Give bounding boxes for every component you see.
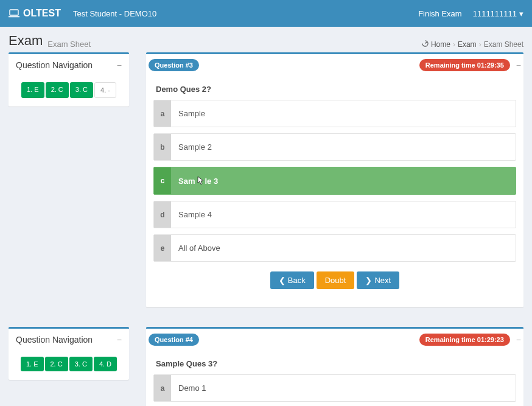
page-subtitle: Exam Sheet <box>47 40 91 49</box>
chevron-right-icon: ❯ <box>365 276 372 285</box>
laptop-icon <box>9 9 19 18</box>
nav-pill[interactable]: 2. C <box>45 357 68 371</box>
finish-exam-link[interactable]: Finish Exam <box>418 9 462 18</box>
nav-pill[interactable]: 1. E <box>21 82 44 98</box>
question-nav-title: Question Navigation <box>16 335 93 345</box>
question-panel: Question #3Remaining time 01:29:35−Demo … <box>146 52 523 307</box>
option-value: Sample <box>171 100 516 127</box>
question-text: Sample Ques 3? <box>153 358 516 374</box>
option-value: Demo 1 <box>171 375 516 401</box>
next-button[interactable]: ❯Next <box>357 271 399 289</box>
question-number-tag: Question #3 <box>149 59 199 71</box>
answer-option[interactable]: dSample 4 <box>153 201 516 228</box>
page-title: Exam <box>9 33 43 49</box>
user-menu[interactable]: 1111111111 ▾ <box>473 9 523 18</box>
remaining-time-tag: Remaining time 01:29:23 <box>419 334 510 346</box>
breadcrumb: Home › Exam › Exam Sheet <box>422 40 523 49</box>
option-value: Sample 4 <box>171 201 516 228</box>
question-number-tag: Question #4 <box>149 334 199 346</box>
brand-text: OLTEST <box>23 8 61 19</box>
option-key: d <box>154 201 171 228</box>
question-text: Demo Ques 2? <box>153 83 516 100</box>
question-nav-panel: Question Navigation−1. E2. C3. C4. D <box>9 327 129 380</box>
back-button[interactable]: ❮Back <box>270 271 314 289</box>
option-value: Samle 3 <box>171 167 516 194</box>
question-actions: ❮BackDoubt❯Next <box>153 268 516 299</box>
brand[interactable]: OLTEST <box>9 8 61 19</box>
breadcrumb-leaf: Exam Sheet <box>484 40 523 49</box>
nav-pill[interactable]: 3. C <box>70 82 93 98</box>
chevron-left-icon: ❮ <box>279 276 285 285</box>
svg-rect-1 <box>9 16 19 18</box>
collapse-button[interactable]: − <box>117 335 122 344</box>
topbar: OLTEST Test Student - DEMO10 Finish Exam… <box>0 0 532 27</box>
cursor-icon <box>196 176 205 186</box>
collapse-button[interactable]: − <box>516 335 521 345</box>
option-key: a <box>154 100 171 127</box>
option-key: c <box>154 167 171 194</box>
collapse-button[interactable]: − <box>516 60 521 70</box>
breadcrumb-exam[interactable]: Exam <box>458 40 477 49</box>
answer-option[interactable]: bSample 2 <box>153 133 516 161</box>
question-nav-title: Question Navigation <box>16 60 93 70</box>
nav-pill[interactable]: 1. E <box>21 357 44 371</box>
dashboard-icon <box>422 40 429 49</box>
option-key: b <box>154 134 171 160</box>
answer-option[interactable]: eAll of Above <box>153 234 516 262</box>
page-header: Exam Exam Sheet Home › Exam › Exam Sheet <box>0 27 532 52</box>
svg-rect-0 <box>10 10 18 15</box>
nav-pill[interactable]: 4. D <box>94 357 117 371</box>
option-key: a <box>154 375 171 401</box>
option-value: All of Above <box>171 235 516 261</box>
caret-down-icon: ▾ <box>519 9 523 18</box>
question-panel: Question #4Remaining time 01:29:23−Sampl… <box>146 327 523 406</box>
question-nav-panel: Question Navigation−1. E2. C3. C4. - <box>9 52 129 107</box>
answer-option[interactable]: aDemo 1 <box>153 374 516 402</box>
answer-option[interactable]: aSample <box>153 100 516 127</box>
nav-pill[interactable]: 2. C <box>46 82 69 98</box>
doubt-button[interactable]: Doubt <box>317 271 355 289</box>
nav-pill[interactable]: 3. C <box>69 357 93 371</box>
breadcrumb-home[interactable]: Home <box>431 40 450 49</box>
remaining-time-tag: Remaining time 01:29:35 <box>419 59 510 71</box>
collapse-button[interactable]: − <box>117 61 122 69</box>
student-name: Test Student - DEMO10 <box>73 9 156 18</box>
answer-option[interactable]: cSamle 3 <box>153 167 516 195</box>
user-id: 1111111111 <box>473 9 517 18</box>
nav-pill[interactable]: 4. - <box>94 82 116 98</box>
option-value: Sample 2 <box>171 134 516 160</box>
option-key: e <box>154 235 171 261</box>
